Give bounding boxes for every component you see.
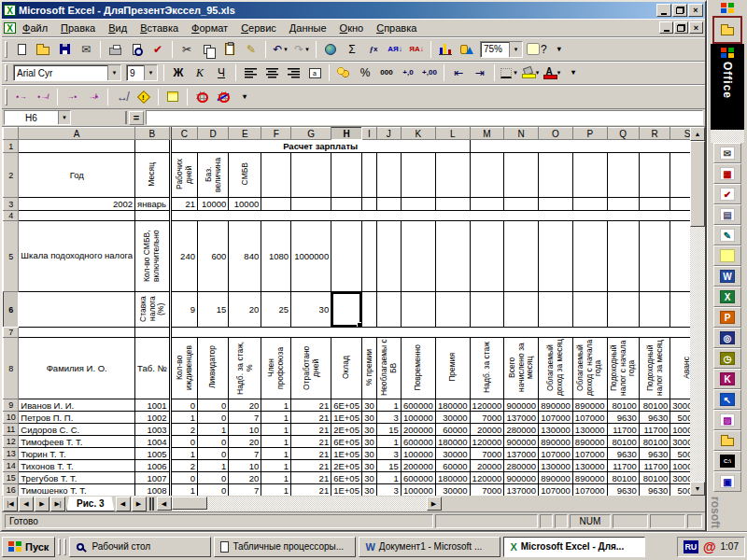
cell-Q13[interactable]: 9630: [607, 448, 639, 460]
cell-E13[interactable]: 7: [229, 448, 261, 460]
new-appointment-button[interactable]: ▦: [713, 163, 741, 184]
cell-E11[interactable]: 10: [229, 424, 261, 436]
cell-C15[interactable]: 0: [171, 472, 197, 484]
cell-C4[interactable]: [171, 211, 704, 221]
cell-J5[interactable]: [376, 221, 401, 292]
cell-F6[interactable]: 25: [261, 292, 291, 328]
cell-B15[interactable]: 1007: [135, 472, 170, 484]
cell-C16[interactable]: 1: [171, 484, 197, 497]
cell-J8[interactable]: Необлагаемы с БВ: [376, 338, 401, 399]
cell-R8[interactable]: Подоходный налог за месяц: [639, 338, 669, 399]
cell-G14[interactable]: 21: [291, 460, 331, 472]
cell-F9[interactable]: 1: [261, 399, 291, 412]
menu-Файл[interactable]: Файл: [16, 21, 54, 35]
print-preview-button[interactable]: [126, 40, 147, 59]
cell-B1[interactable]: [135, 140, 170, 153]
next-sheet-button[interactable]: ▶: [35, 497, 49, 511]
drawing-button[interactable]: [457, 40, 477, 59]
cell-C6[interactable]: 9: [171, 292, 197, 328]
cell-M1[interactable]: [470, 140, 704, 153]
cell-J11[interactable]: 15: [376, 424, 401, 436]
scroll-right-icon[interactable]: ▶: [427, 497, 442, 511]
cell-I6[interactable]: [361, 292, 376, 328]
cell-M8[interactable]: Надб. за стаж: [470, 338, 504, 399]
cell-J9[interactable]: 1: [376, 399, 401, 412]
cell-O2[interactable]: [539, 153, 573, 198]
cell-P8[interactable]: Облагаемый доход с начала года: [572, 338, 607, 399]
restore-button[interactable]: [672, 4, 687, 17]
schedule-button[interactable]: ◷: [713, 348, 741, 369]
open-button[interactable]: [33, 40, 53, 59]
cell-N3[interactable]: [504, 198, 539, 211]
chevron-down-icon[interactable]: ▼: [58, 111, 70, 124]
thousands-separator-button[interactable]: 000: [376, 63, 397, 82]
row-header-3[interactable]: 3: [4, 198, 19, 211]
cell-R12[interactable]: 80100: [639, 436, 669, 448]
cell-M14[interactable]: 20000: [470, 460, 504, 472]
column-header-A[interactable]: A: [19, 128, 135, 140]
cell-D11[interactable]: 1: [197, 424, 228, 436]
cell-F11[interactable]: 1: [261, 424, 291, 436]
cell-M3[interactable]: [470, 198, 504, 211]
cell-R5[interactable]: [639, 221, 669, 292]
cell-E10[interactable]: 7: [229, 412, 261, 424]
chart-wizard-button[interactable]: [435, 40, 456, 59]
cell-P5[interactable]: [572, 221, 607, 292]
cell-J3[interactable]: [376, 198, 401, 211]
scroll-left-icon[interactable]: ◀: [157, 497, 172, 511]
row-header-14[interactable]: 14: [4, 460, 19, 472]
cell-H10[interactable]: 1E+05: [331, 412, 362, 424]
column-header-N[interactable]: N: [504, 128, 539, 140]
cell-G8[interactable]: Отработано дней: [291, 338, 331, 399]
new-comment-button[interactable]: [162, 88, 183, 106]
word-button[interactable]: W: [713, 266, 741, 287]
cell-I11[interactable]: 30: [361, 424, 376, 436]
cell-B13[interactable]: 1005: [135, 448, 170, 460]
cell-G12[interactable]: 21: [291, 436, 331, 448]
circle-invalid-data-button[interactable]: [191, 88, 212, 106]
column-header-I[interactable]: I: [361, 128, 376, 140]
cell-F13[interactable]: 1: [261, 448, 291, 460]
cell-R13[interactable]: 9630: [639, 448, 669, 460]
cell-F10[interactable]: 1: [261, 412, 291, 424]
menu-Окно[interactable]: Окно: [333, 21, 371, 35]
cell-E5[interactable]: 840: [229, 221, 261, 292]
cell-E8[interactable]: Надб. за стаж, %: [229, 338, 261, 399]
cell-D3[interactable]: 10000: [197, 198, 228, 211]
cell-Q3[interactable]: [607, 198, 639, 211]
horizontal-scroll-track[interactable]: [172, 497, 427, 511]
cell-Q2[interactable]: [607, 153, 639, 198]
scroll-down-icon[interactable]: ▼: [690, 482, 705, 496]
formula-input[interactable]: [146, 110, 703, 125]
cell-Q12[interactable]: 80100: [607, 436, 639, 448]
save-button[interactable]: [54, 40, 75, 59]
cell-A15[interactable]: Трегубов Т. Т.: [19, 472, 135, 484]
cell-I14[interactable]: 30: [361, 460, 376, 472]
cell-G11[interactable]: 21: [291, 424, 331, 436]
cell-B11[interactable]: 1003: [135, 424, 170, 436]
cell-M12[interactable]: 120000: [470, 436, 504, 448]
underline-button[interactable]: Ч: [211, 63, 232, 82]
font-name-combo[interactable]: Arial Cyr▼: [13, 64, 121, 81]
cell-F8[interactable]: Член профсоюза: [261, 338, 291, 399]
cell-H13[interactable]: 1E+05: [331, 448, 362, 460]
cut-button[interactable]: ✂: [176, 40, 197, 59]
taskbar-window-desktop[interactable]: Рабочий стол: [69, 537, 211, 557]
row-header-15[interactable]: 15: [4, 472, 19, 484]
cell-D15[interactable]: 0: [197, 472, 228, 484]
row-header-6[interactable]: 6: [4, 292, 19, 328]
cell-A9[interactable]: Иванов И. И.: [19, 399, 135, 412]
cell-A8[interactable]: Фамилия И. О.: [19, 338, 135, 399]
frontpage-button[interactable]: ↖: [713, 389, 741, 410]
cell-R9[interactable]: 80100: [639, 399, 669, 412]
cell-K12[interactable]: 600000: [401, 436, 435, 448]
cell-I13[interactable]: 30: [361, 448, 376, 460]
trace-precedents-button[interactable]: ▪→: [11, 88, 32, 106]
paste-function-button[interactable]: ƒx: [363, 40, 384, 59]
cell-F16[interactable]: 1: [261, 484, 291, 497]
previous-sheet-button[interactable]: ◀: [19, 497, 34, 511]
menu-Данные[interactable]: Данные: [283, 21, 333, 35]
cell-M15[interactable]: 120000: [470, 472, 504, 484]
help-button[interactable]: ?: [526, 40, 548, 59]
column-header-O[interactable]: O: [539, 128, 573, 140]
